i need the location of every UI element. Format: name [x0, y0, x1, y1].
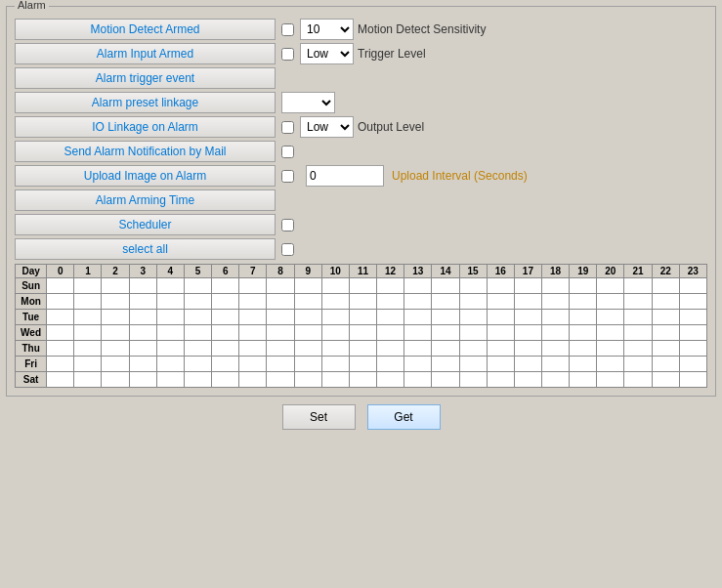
- cell-wed-22[interactable]: [652, 325, 679, 341]
- cell-sat-11[interactable]: [349, 372, 376, 388]
- cell-wed-21[interactable]: [624, 325, 652, 341]
- get-button[interactable]: Get: [367, 404, 441, 430]
- cell-thu-3[interactable]: [129, 341, 156, 357]
- cell-tue-1[interactable]: [74, 310, 102, 325]
- select-all-checkbox[interactable]: [281, 243, 294, 256]
- cell-wed-6[interactable]: [212, 325, 239, 341]
- cell-mon-17[interactable]: [514, 294, 541, 310]
- cell-thu-15[interactable]: [459, 341, 487, 357]
- cell-mon-13[interactable]: [404, 294, 432, 310]
- cell-mon-19[interactable]: [570, 294, 597, 310]
- cell-sun-12[interactable]: [377, 278, 404, 294]
- cell-thu-21[interactable]: [624, 341, 652, 357]
- send-alarm-notification-button[interactable]: Send Alarm Notification by Mail: [15, 141, 276, 162]
- cell-mon-8[interactable]: [267, 294, 294, 310]
- cell-wed-23[interactable]: [679, 325, 706, 341]
- sensitivity-dropdown[interactable]: 10 1234 56789: [300, 19, 354, 40]
- cell-wed-1[interactable]: [74, 325, 102, 341]
- cell-thu-22[interactable]: [652, 341, 679, 357]
- trigger-level-dropdown[interactable]: Low High: [300, 43, 354, 64]
- cell-thu-19[interactable]: [570, 341, 597, 357]
- cell-sat-13[interactable]: [404, 372, 432, 388]
- cell-sat-3[interactable]: [129, 372, 156, 388]
- cell-mon-6[interactable]: [212, 294, 239, 310]
- cell-tue-6[interactable]: [212, 310, 239, 325]
- cell-thu-18[interactable]: [541, 341, 569, 357]
- cell-sun-11[interactable]: [349, 278, 376, 294]
- cell-thu-13[interactable]: [404, 341, 432, 357]
- cell-mon-9[interactable]: [294, 294, 321, 310]
- cell-fri-12[interactable]: [377, 357, 404, 372]
- cell-sun-10[interactable]: [321, 278, 349, 294]
- cell-mon-11[interactable]: [349, 294, 376, 310]
- cell-mon-5[interactable]: [184, 294, 211, 310]
- cell-fri-19[interactable]: [570, 357, 597, 372]
- cell-mon-12[interactable]: [377, 294, 404, 310]
- cell-sat-19[interactable]: [570, 372, 597, 388]
- cell-sat-5[interactable]: [184, 372, 211, 388]
- cell-fri-0[interactable]: [47, 357, 74, 372]
- cell-wed-13[interactable]: [404, 325, 432, 341]
- cell-mon-20[interactable]: [597, 294, 624, 310]
- cell-tue-7[interactable]: [239, 310, 267, 325]
- alarm-input-armed-button[interactable]: Alarm Input Armed: [15, 43, 276, 64]
- alarm-trigger-event-button[interactable]: Alarm trigger event: [15, 67, 276, 89]
- cell-tue-20[interactable]: [597, 310, 624, 325]
- cell-sat-18[interactable]: [541, 372, 569, 388]
- cell-fri-8[interactable]: [267, 357, 294, 372]
- cell-wed-20[interactable]: [597, 325, 624, 341]
- cell-sun-14[interactable]: [432, 278, 459, 294]
- cell-fri-15[interactable]: [459, 357, 487, 372]
- cell-tue-8[interactable]: [267, 310, 294, 325]
- cell-sat-14[interactable]: [432, 372, 459, 388]
- cell-fri-13[interactable]: [404, 357, 432, 372]
- cell-sat-1[interactable]: [74, 372, 102, 388]
- cell-mon-21[interactable]: [624, 294, 652, 310]
- cell-sat-4[interactable]: [156, 372, 184, 388]
- cell-tue-10[interactable]: [321, 310, 349, 325]
- cell-sat-22[interactable]: [652, 372, 679, 388]
- cell-sat-8[interactable]: [267, 372, 294, 388]
- cell-wed-9[interactable]: [294, 325, 321, 341]
- cell-sat-16[interactable]: [487, 372, 514, 388]
- preset-linkage-dropdown[interactable]: [281, 92, 335, 113]
- upload-image-button[interactable]: Upload Image on Alarm: [15, 165, 276, 187]
- cell-fri-23[interactable]: [679, 357, 706, 372]
- cell-thu-4[interactable]: [156, 341, 184, 357]
- alarm-input-armed-checkbox[interactable]: [281, 48, 294, 61]
- cell-sat-6[interactable]: [212, 372, 239, 388]
- cell-tue-16[interactable]: [487, 310, 514, 325]
- cell-thu-12[interactable]: [377, 341, 404, 357]
- upload-image-checkbox[interactable]: [281, 170, 294, 183]
- cell-mon-15[interactable]: [459, 294, 487, 310]
- cell-wed-3[interactable]: [129, 325, 156, 341]
- cell-thu-1[interactable]: [74, 341, 102, 357]
- cell-fri-20[interactable]: [597, 357, 624, 372]
- cell-tue-19[interactable]: [570, 310, 597, 325]
- cell-sun-7[interactable]: [239, 278, 267, 294]
- cell-sat-21[interactable]: [624, 372, 652, 388]
- select-all-button[interactable]: select all: [15, 238, 276, 260]
- cell-thu-2[interactable]: [102, 341, 129, 357]
- cell-wed-11[interactable]: [349, 325, 376, 341]
- cell-sat-7[interactable]: [239, 372, 267, 388]
- cell-sun-0[interactable]: [47, 278, 74, 294]
- cell-tue-22[interactable]: [652, 310, 679, 325]
- cell-thu-8[interactable]: [267, 341, 294, 357]
- cell-tue-11[interactable]: [349, 310, 376, 325]
- cell-sun-22[interactable]: [652, 278, 679, 294]
- cell-fri-3[interactable]: [129, 357, 156, 372]
- cell-fri-16[interactable]: [487, 357, 514, 372]
- cell-fri-2[interactable]: [102, 357, 129, 372]
- cell-thu-9[interactable]: [294, 341, 321, 357]
- cell-mon-23[interactable]: [679, 294, 706, 310]
- cell-fri-17[interactable]: [514, 357, 541, 372]
- cell-mon-1[interactable]: [74, 294, 102, 310]
- cell-sun-4[interactable]: [156, 278, 184, 294]
- cell-tue-9[interactable]: [294, 310, 321, 325]
- cell-thu-7[interactable]: [239, 341, 267, 357]
- scheduler-checkbox[interactable]: [281, 219, 294, 231]
- set-button[interactable]: Set: [282, 404, 356, 430]
- cell-sun-1[interactable]: [74, 278, 102, 294]
- cell-mon-7[interactable]: [239, 294, 267, 310]
